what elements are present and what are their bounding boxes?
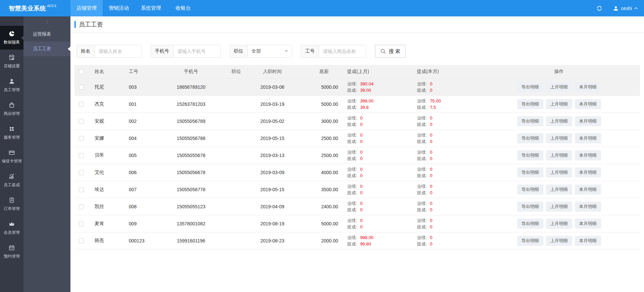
this-month-detail-button[interactable]: 本月明细 bbox=[575, 133, 601, 143]
user-menu[interactable]: ceshi bbox=[613, 6, 638, 11]
this-month-detail-button[interactable]: 本月明细 bbox=[575, 99, 601, 109]
cell-actions: 导出明细上月明细本月明细 bbox=[496, 130, 640, 147]
cell-hiredate: 2019-05-02 bbox=[247, 113, 298, 130]
last-month-detail-button[interactable]: 上月明细 bbox=[546, 219, 572, 229]
sidebar: 数据报表店铺设置员工管理商品管理服务管理储值卡管理员工提成订单管理会员管理预约管… bbox=[0, 16, 23, 292]
row-checkbox[interactable] bbox=[79, 204, 84, 209]
this-month-detail-button[interactable]: 本月明细 bbox=[575, 219, 601, 229]
export-detail-button[interactable]: 导出明细 bbox=[517, 82, 543, 92]
empno-input[interactable] bbox=[319, 45, 366, 57]
table-body: 托尼 003 18656789120 2019-03-06 5000.00 业绩… bbox=[74, 78, 640, 249]
cell-name: 韩亮 bbox=[88, 232, 121, 249]
submenu-item-employee-salary[interactable]: 员工工资 bbox=[23, 42, 70, 56]
cell-comm-last: 业绩:0 提成:0 bbox=[343, 181, 413, 198]
export-detail-button[interactable]: 导出明细 bbox=[517, 202, 543, 212]
this-month-detail-button[interactable]: 本月明细 bbox=[575, 167, 601, 177]
refresh-icon[interactable] bbox=[596, 5, 602, 11]
cell-comm-this: 业绩:0 提成:0 bbox=[413, 147, 496, 164]
sidebar-item-store-settings[interactable]: 店铺设置 bbox=[0, 50, 23, 73]
export-detail-button[interactable]: 导出明细 bbox=[517, 167, 543, 177]
search-icon bbox=[380, 49, 386, 54]
tab-marketing[interactable]: 营销活动 bbox=[103, 0, 135, 16]
tab-cashier[interactable]: 收银台 bbox=[167, 0, 199, 16]
tab-system-management[interactable]: 系统管理 bbox=[135, 0, 167, 16]
this-month-detail-button[interactable]: 本月明细 bbox=[575, 185, 601, 195]
cell-empno: 006 bbox=[121, 164, 157, 181]
export-detail-button[interactable]: 导出明细 bbox=[517, 99, 543, 109]
select-all-checkbox[interactable] bbox=[79, 69, 84, 74]
commission-value: 0 bbox=[430, 139, 432, 144]
this-month-detail-button[interactable]: 本月明细 bbox=[575, 82, 601, 92]
row-checkbox[interactable] bbox=[79, 102, 84, 107]
row-checkbox[interactable] bbox=[79, 136, 84, 141]
name-input[interactable] bbox=[95, 45, 142, 57]
cell-actions: 导出明细上月明细本月明细 bbox=[496, 113, 640, 130]
export-detail-button[interactable]: 导出明细 bbox=[517, 236, 543, 246]
filter-bar: 姓名 手机号 职位 全部 工号 bbox=[76, 45, 644, 58]
performance-value: 0 bbox=[360, 218, 363, 223]
cell-comm-last: 业绩:998.00 提成:99.80 bbox=[343, 232, 413, 249]
export-detail-button[interactable]: 导出明细 bbox=[517, 150, 543, 160]
sidebar-item-order-management[interactable]: 订单管理 bbox=[0, 192, 23, 216]
empno-filter-label: 工号 bbox=[301, 45, 319, 57]
last-month-detail-button[interactable]: 上月明细 bbox=[546, 167, 572, 177]
last-month-detail-button[interactable]: 上月明细 bbox=[546, 202, 572, 212]
sidebar-item-staff-commission[interactable]: 员工提成 bbox=[0, 168, 23, 192]
commission-label: 提成: bbox=[417, 156, 427, 161]
table-row: 安娜 004 15055056788 2019-05-15 2500.00 业绩… bbox=[74, 130, 640, 147]
cell-salary: 5000.00 bbox=[298, 95, 343, 113]
last-month-detail-button[interactable]: 上月明细 bbox=[546, 185, 572, 195]
last-month-detail-button[interactable]: 上月明细 bbox=[546, 116, 572, 126]
last-month-detail-button[interactable]: 上月明细 bbox=[546, 133, 572, 143]
sidebar-item-value-card-management[interactable]: 储值卡管理 bbox=[0, 145, 23, 168]
last-month-detail-button[interactable]: 上月明细 bbox=[546, 82, 572, 92]
row-checkbox[interactable] bbox=[79, 85, 84, 90]
this-month-detail-button[interactable]: 本月明细 bbox=[575, 202, 601, 212]
row-checkbox[interactable] bbox=[79, 238, 84, 243]
cell-hiredate: 2019-03-09 bbox=[247, 164, 298, 181]
position-select[interactable]: 全部 bbox=[248, 45, 292, 57]
cell-phone: 18656789120 bbox=[157, 78, 225, 95]
cell-empno: 005 bbox=[121, 147, 157, 164]
sidebar-item-service-management[interactable]: 服务管理 bbox=[0, 121, 23, 145]
sidebar-item-data-reports[interactable]: 数据报表 bbox=[0, 26, 23, 50]
tab-store-management[interactable]: 店铺管理 bbox=[70, 0, 103, 16]
last-month-detail-button[interactable]: 上月明细 bbox=[546, 150, 572, 160]
performance-value: 0 bbox=[430, 235, 432, 240]
commission-value: 0 bbox=[360, 156, 363, 161]
position-filter-label: 职位 bbox=[230, 45, 248, 57]
submenu-item-operations-report[interactable]: 运营报表 bbox=[23, 27, 70, 42]
this-month-detail-button[interactable]: 本月明细 bbox=[575, 150, 601, 160]
cell-hiredate: 2019-05-15 bbox=[247, 130, 298, 147]
commission-label: 提成: bbox=[417, 122, 427, 127]
sidebar-item-label: 员工管理 bbox=[4, 87, 20, 93]
main-layout: 数据报表店铺设置员工管理商品管理服务管理储值卡管理员工提成订单管理会员管理预约管… bbox=[0, 16, 644, 292]
phone-input[interactable] bbox=[173, 45, 220, 57]
this-month-detail-button[interactable]: 本月明细 bbox=[575, 236, 601, 246]
performance-label: 业绩: bbox=[417, 81, 427, 86]
last-month-detail-button[interactable]: 上月明细 bbox=[546, 99, 572, 109]
performance-value: 998.00 bbox=[360, 235, 374, 240]
row-checkbox[interactable] bbox=[79, 187, 84, 192]
kebab-menu-icon[interactable]: ⋮ bbox=[23, 16, 70, 27]
cell-position bbox=[225, 181, 247, 198]
this-month-detail-button[interactable]: 本月明细 bbox=[575, 116, 601, 126]
export-detail-button[interactable]: 导出明细 bbox=[517, 185, 543, 195]
cell-phone: 15991601196 bbox=[157, 232, 225, 249]
row-checkbox[interactable] bbox=[79, 119, 84, 124]
export-detail-button[interactable]: 导出明细 bbox=[517, 133, 543, 143]
export-detail-button[interactable]: 导出明细 bbox=[517, 219, 543, 229]
performance-value: 398.00 bbox=[360, 98, 374, 103]
export-detail-button[interactable]: 导出明细 bbox=[517, 116, 543, 126]
search-button[interactable]: 搜 索 bbox=[375, 45, 406, 58]
sidebar-item-appointment-management[interactable]: 预约管理 bbox=[0, 240, 23, 264]
app-logo: 智慧美业系统 v0.0.3 bbox=[0, 0, 70, 16]
sidebar-item-member-management[interactable]: 会员管理 bbox=[0, 216, 23, 240]
sidebar-item-staff-management[interactable]: 员工管理 bbox=[0, 73, 23, 97]
row-checkbox[interactable] bbox=[79, 153, 84, 158]
last-month-detail-button[interactable]: 上月明细 bbox=[546, 236, 572, 246]
row-checkbox[interactable] bbox=[79, 170, 84, 175]
sidebar-item-goods-management[interactable]: 商品管理 bbox=[0, 97, 23, 121]
commission-label: 提成: bbox=[347, 139, 357, 144]
row-checkbox[interactable] bbox=[79, 221, 84, 226]
